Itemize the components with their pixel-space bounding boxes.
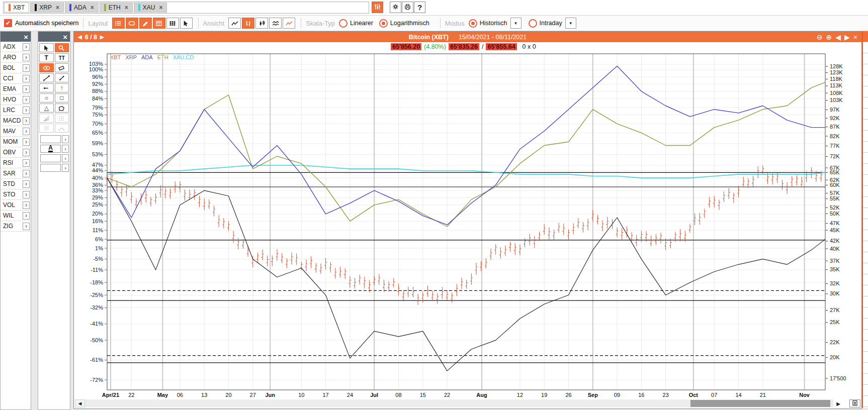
indicator-expand-button[interactable]: ›: [23, 159, 30, 167]
zoom-tool[interactable]: [55, 43, 69, 52]
layout-list-button[interactable]: [112, 18, 125, 29]
sidebar-item-mav[interactable]: MAV›: [1, 126, 31, 137]
historisch-dropdown[interactable]: ▼: [510, 18, 522, 29]
sidebar-item-sar[interactable]: SAR›: [1, 168, 31, 179]
indicator-expand-button[interactable]: ›: [23, 107, 30, 114]
sidebar-item-lrc[interactable]: LRC›: [1, 105, 31, 116]
tab-close-icon[interactable]: ×: [125, 4, 128, 11]
indicator-expand-button[interactable]: ›: [23, 117, 30, 125]
pager-next-icon[interactable]: ▶: [100, 34, 104, 40]
tab-close-icon[interactable]: ×: [91, 4, 94, 11]
scroll-right-icon[interactable]: ▶: [844, 33, 850, 41]
polygon-tool[interactable]: [55, 104, 69, 113]
sidebar-item-zig[interactable]: ZIG›: [1, 221, 31, 232]
indicator-expand-button[interactable]: ›: [23, 128, 30, 135]
autosave-checkbox[interactable]: ✔: [4, 19, 12, 27]
tab-xbt[interactable]: XBT: [4, 3, 29, 13]
historisch-radio[interactable]: [469, 19, 477, 28]
segment-tool[interactable]: [55, 73, 69, 82]
layout-pointer-button[interactable]: [180, 18, 193, 29]
layout-table-button[interactable]: [153, 18, 165, 29]
sidebar-item-aro[interactable]: ARO›: [1, 52, 31, 63]
indicator-expand-button[interactable]: ›: [23, 149, 30, 156]
indicator-expand-button[interactable]: ›: [23, 64, 30, 72]
chart-plot[interactable]: 103%100%96%92%88%84%79%75%70%65%59%53%47…: [74, 51, 861, 401]
indicator-expand-button[interactable]: ›: [23, 201, 30, 209]
indicator-expand-button[interactable]: ›: [23, 191, 30, 198]
help-button[interactable]: ?: [414, 2, 425, 13]
document-button[interactable]: [849, 399, 860, 407]
indicator-expand-button[interactable]: ›: [23, 85, 30, 93]
view-candles-button[interactable]: [255, 18, 268, 29]
zoom-in-icon[interactable]: ⊕: [826, 33, 832, 41]
scrollbar-right-button[interactable]: ▶: [833, 399, 843, 407]
view-ohlc-button[interactable]: [242, 18, 254, 29]
trendline-tool[interactable]: [39, 73, 54, 82]
layout-shape-button[interactable]: [126, 18, 138, 29]
draw-color-tool-options-button[interactable]: ›: [62, 135, 69, 143]
tab-close-icon[interactable]: ×: [56, 4, 59, 11]
tab-strip[interactable]: XBTXRP×ADA×ETH×XAU×: [3, 2, 369, 14]
layout-grid-button[interactable]: [166, 18, 179, 29]
line-style-tool[interactable]: [40, 154, 61, 162]
text-style-tool[interactable]: TT: [55, 53, 69, 62]
sidebar-item-cci[interactable]: CCI›: [1, 73, 31, 84]
chart-window-header[interactable]: ◀ 6 / 8 ▶ Bitcoin (XBT) 15/04/2021 - 08/…: [74, 32, 861, 42]
draw-color-tool[interactable]: [40, 135, 61, 143]
sidebar-item-ema[interactable]: EMA›: [1, 84, 31, 94]
indicator-expand-button[interactable]: ›: [23, 170, 30, 177]
eraser-tool[interactable]: [55, 63, 69, 72]
tab-eth[interactable]: ETH×: [100, 3, 133, 13]
indicator-expand-button[interactable]: ›: [23, 180, 30, 188]
view-mountain-button[interactable]: [283, 18, 295, 29]
visibility-tool[interactable]: [39, 63, 54, 72]
indicator-expand-button[interactable]: ›: [23, 212, 30, 220]
settings-button[interactable]: [390, 2, 401, 13]
view-compare-lines-button[interactable]: [269, 18, 282, 29]
layout-draw-button[interactable]: [139, 18, 152, 29]
scrollbar-left-button[interactable]: ◀: [75, 399, 85, 407]
text-color-tool-options-button[interactable]: ›: [62, 145, 69, 153]
arrow-tool[interactable]: ↑: [55, 83, 69, 92]
log-radio[interactable]: [379, 19, 388, 28]
intraday-dropdown[interactable]: ▼: [565, 18, 576, 29]
zoom-out-icon[interactable]: ⊖: [817, 33, 823, 41]
tab-xau[interactable]: XAU×: [134, 3, 167, 13]
pointer-tool[interactable]: [39, 43, 54, 52]
indicator-expand-button[interactable]: ›: [23, 96, 30, 104]
sidebar-item-obv[interactable]: OBV›: [1, 147, 31, 158]
triangle-tool[interactable]: △: [39, 104, 54, 113]
view-line-button[interactable]: [228, 18, 241, 29]
close-icon[interactable]: ×: [853, 33, 857, 41]
print-button[interactable]: [402, 2, 413, 13]
sidebar-item-hvo[interactable]: HVO›: [1, 94, 31, 105]
tab-ada[interactable]: ADA×: [65, 3, 99, 13]
sidebar-item-rsi[interactable]: RSI›: [1, 158, 31, 168]
pager-prev-icon[interactable]: ◀: [78, 34, 82, 40]
intraday-radio[interactable]: [529, 19, 537, 28]
horizontal-line-tool[interactable]: [39, 83, 54, 92]
indicator-expand-button[interactable]: ›: [23, 223, 30, 230]
sidebar-item-sto[interactable]: STO›: [1, 189, 31, 200]
sidebar-item-wil[interactable]: WIL›: [1, 211, 31, 221]
text-tool[interactable]: T: [39, 53, 54, 62]
sidebar-item-vol[interactable]: VOL›: [1, 200, 31, 211]
scrollbar-thumb[interactable]: [690, 400, 830, 407]
scrollbar-track[interactable]: [85, 399, 833, 407]
line-style-tool-options-button[interactable]: ›: [62, 154, 69, 162]
linear-radio[interactable]: [339, 19, 348, 28]
indicator-expand-button[interactable]: ›: [23, 43, 30, 51]
tab-close-icon[interactable]: ×: [159, 4, 162, 11]
indicator-expand-button[interactable]: ›: [23, 54, 30, 61]
rectangle-tool[interactable]: □: [55, 93, 69, 102]
sidebar-item-mom[interactable]: MOM›: [1, 137, 31, 147]
fill-style-tool-options-button[interactable]: ›: [62, 164, 69, 172]
ellipse-tool[interactable]: ○: [39, 93, 54, 102]
indicator-expand-button[interactable]: ›: [23, 138, 30, 146]
tab-xrp[interactable]: XRP×: [30, 3, 64, 13]
sidebar-item-std[interactable]: STD›: [1, 179, 31, 189]
scroll-left-icon[interactable]: ◀: [835, 33, 841, 41]
close-icon[interactable]: ×: [63, 33, 67, 41]
sidebar-item-macd[interactable]: MACD›: [1, 116, 31, 126]
fill-style-tool[interactable]: [40, 164, 61, 172]
